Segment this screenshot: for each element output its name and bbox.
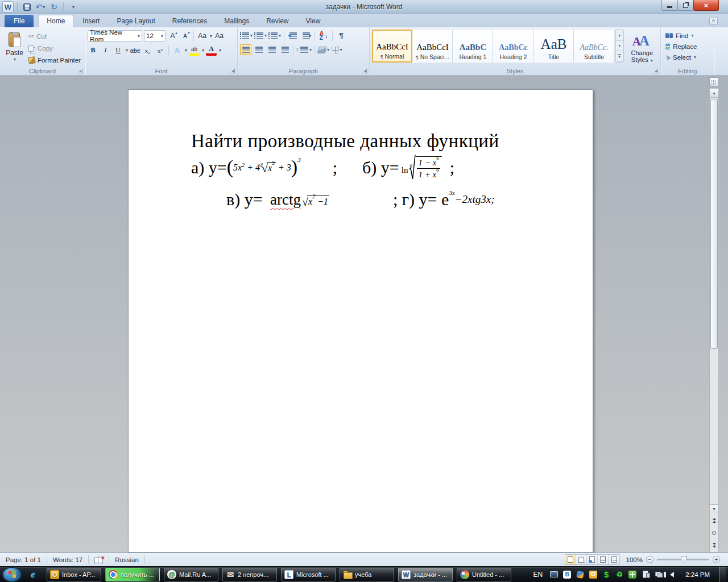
language-indicator[interactable]: Russian xyxy=(109,555,145,564)
close-button[interactable]: × xyxy=(693,0,719,11)
full-screen-reading-view-button[interactable] xyxy=(576,555,587,564)
taskbar-button-chrome[interactable]: получить ... xyxy=(105,568,160,581)
shrink-font-button[interactable]: A xyxy=(180,31,191,41)
style-heading-2[interactable]: AaBbCc Heading 2 xyxy=(493,30,533,63)
save-button[interactable] xyxy=(21,1,32,13)
text-effects-dropdown-icon[interactable]: ▾ xyxy=(185,48,187,53)
tab-page-layout[interactable]: Page Layout xyxy=(109,15,163,27)
word-count[interactable]: Words: 17 xyxy=(47,555,89,564)
style-subtitle[interactable]: AaBbCc. Subtitle xyxy=(574,30,614,63)
font-size-dropdown-icon[interactable]: ▾ xyxy=(159,34,163,39)
tab-file[interactable]: File xyxy=(5,15,34,27)
taskbar-button-folder[interactable]: учеба xyxy=(340,568,394,581)
minimize-button[interactable] xyxy=(661,0,678,11)
select-dropdown-icon[interactable]: ▾ xyxy=(694,55,696,60)
italic-button[interactable]: I xyxy=(100,45,111,56)
align-right-button[interactable] xyxy=(266,44,278,55)
sort-button[interactable]: AZ ↓ xyxy=(318,30,329,41)
security-shield-tray-icon[interactable] xyxy=(628,571,636,579)
align-center-button[interactable] xyxy=(253,44,264,55)
web-layout-view-button[interactable] xyxy=(587,555,598,564)
next-page-button[interactable] xyxy=(710,541,718,550)
align-left-button[interactable] xyxy=(240,44,251,55)
display-tray-icon[interactable] xyxy=(550,571,558,579)
find-dropdown-icon[interactable]: ▾ xyxy=(691,33,693,38)
zoom-out-button[interactable]: − xyxy=(646,556,653,563)
show-desktop-button[interactable] xyxy=(719,567,726,582)
draft-view-button[interactable] xyxy=(609,555,619,564)
strikethrough-button[interactable]: abc xyxy=(130,45,140,56)
highlight-dropdown-icon[interactable]: ▾ xyxy=(202,48,204,53)
style-title[interactable]: AaB Title xyxy=(533,30,574,63)
styles-scroll-up-button[interactable]: ▲ xyxy=(616,30,623,41)
tab-references[interactable]: References xyxy=(164,15,215,27)
outlook-tray-icon[interactable]: O xyxy=(589,571,597,579)
bluetooth-tray-icon[interactable]: B xyxy=(563,571,571,579)
style-normal[interactable]: AaBbCcI ¶ Normal xyxy=(372,30,412,63)
decrease-indent-button[interactable] xyxy=(287,30,299,41)
change-case-button[interactable]: Aa xyxy=(197,31,208,41)
tab-insert[interactable]: Insert xyxy=(75,15,107,27)
format-painter-button[interactable]: Format Painter xyxy=(27,55,82,65)
document-page[interactable]: Найти производные данных функций а) y= (… xyxy=(128,89,593,552)
internet-explorer-pinned-button[interactable]: e xyxy=(25,568,41,581)
superscript-button[interactable]: x² xyxy=(155,45,166,56)
volume-tray-icon[interactable] xyxy=(668,571,676,579)
scrollbar-thumb[interactable] xyxy=(710,99,718,349)
font-color-dropdown-icon[interactable]: ▾ xyxy=(219,48,221,53)
multilevel-list-button[interactable]: ▾ xyxy=(268,30,281,41)
power-plug-tray-icon[interactable] xyxy=(642,571,650,579)
clock[interactable]: 2:24 PM xyxy=(681,571,714,578)
print-layout-view-button[interactable] xyxy=(565,555,576,564)
tab-home[interactable]: Home xyxy=(38,15,73,27)
replace-button[interactable]: abac Replace xyxy=(665,41,712,51)
ruler-toggle-button[interactable] xyxy=(709,77,719,86)
key-tray-icon[interactable] xyxy=(576,571,584,579)
paste-button[interactable]: Paste ▾ xyxy=(2,29,27,65)
zoom-level[interactable]: 100% xyxy=(623,556,643,563)
tab-mailings[interactable]: Mailings xyxy=(216,15,257,27)
cut-button[interactable]: ✂ Cut xyxy=(27,31,82,41)
copy-button[interactable]: Copy xyxy=(27,43,82,53)
highlight-button[interactable]: ab xyxy=(189,45,200,56)
outline-view-button[interactable] xyxy=(598,555,609,564)
zoom-slider-thumb[interactable] xyxy=(681,556,687,563)
numbering-button[interactable]: ▾ xyxy=(254,30,267,41)
previous-page-button[interactable] xyxy=(710,516,718,525)
style-heading-1[interactable]: AaBbC Heading 1 xyxy=(453,30,493,63)
select-browse-object-button[interactable] xyxy=(710,528,718,537)
currency-tray-icon[interactable]: $ xyxy=(602,571,610,579)
clipboard-dialog-launcher[interactable] xyxy=(78,69,82,73)
sync-tray-icon[interactable]: ♻ xyxy=(615,571,623,579)
paragraph-dialog-launcher[interactable] xyxy=(362,69,367,73)
scroll-up-button[interactable]: ▲ xyxy=(710,89,718,98)
language-bar[interactable]: EN xyxy=(531,571,545,579)
scroll-down-button[interactable]: ▼ xyxy=(710,504,718,513)
borders-button[interactable]: ▾ xyxy=(331,44,342,55)
undo-button[interactable]: ↶▾ xyxy=(35,1,46,13)
styles-scroll-down-button[interactable]: ▼ xyxy=(616,41,623,52)
tab-view[interactable]: View xyxy=(298,15,329,27)
taskbar-button-word-document[interactable]: W задачки - ... xyxy=(398,568,453,581)
proofing-status[interactable]: × xyxy=(89,555,109,564)
font-family-combo[interactable]: Times New Rom ▾ xyxy=(88,30,142,41)
undo-dropdown-icon[interactable]: ▾ xyxy=(43,5,45,10)
vertical-scrollbar[interactable]: ▲ ▼ xyxy=(709,88,719,552)
clear-formatting-button[interactable]: Aa xyxy=(214,31,225,41)
select-button[interactable]: Select ▾ xyxy=(665,52,712,62)
start-button[interactable] xyxy=(2,567,22,582)
taskbar-button-lync[interactable]: L Microsoft ... xyxy=(281,568,336,581)
show-formatting-marks-button[interactable]: ¶ xyxy=(336,30,347,41)
bold-button[interactable]: B xyxy=(88,45,98,56)
grow-font-button[interactable]: A xyxy=(167,31,178,41)
zoom-in-button[interactable]: + xyxy=(713,556,720,563)
taskbar-button-outlook-inbox[interactable]: O Inbox - AP... xyxy=(47,568,101,581)
change-styles-button[interactable]: AA ChangeStyles ▾ xyxy=(626,30,658,67)
increase-indent-button[interactable] xyxy=(300,30,312,41)
style-no-spacing[interactable]: AaBbCcI ¶ No Spaci... xyxy=(412,30,453,63)
justify-button[interactable] xyxy=(279,44,291,55)
taskbar-button-paint[interactable]: Untitled - ... xyxy=(457,568,511,581)
font-color-button[interactable]: A xyxy=(206,45,217,56)
redo-button[interactable]: ↻ xyxy=(48,1,60,13)
page-indicator[interactable]: Page: 1 of 1 xyxy=(0,555,47,564)
